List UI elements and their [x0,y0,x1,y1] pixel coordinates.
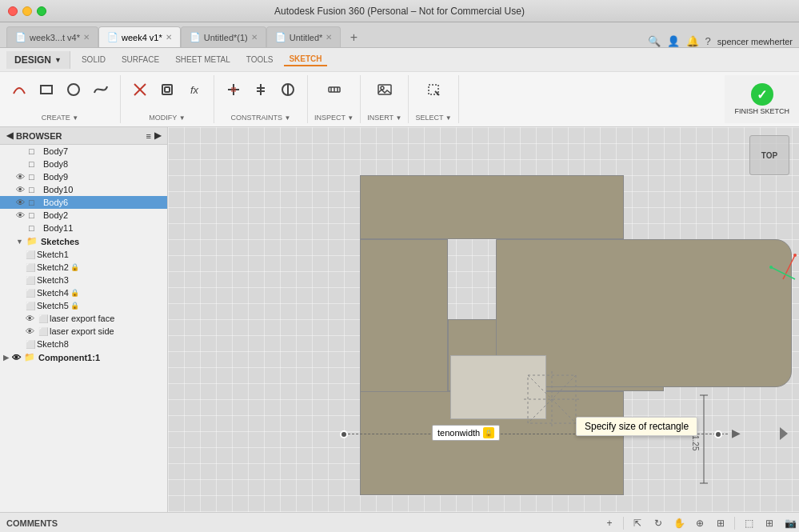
sketch-icon-sketch5: ⬜ [26,302,35,310]
new-tab-button[interactable]: + [344,28,363,47]
separator2 [734,517,735,530]
eye-visible-icon-body2: 👁 [16,210,27,220]
handle-left[interactable] [340,430,348,438]
specify-size-label: Specify size of rectangle [576,417,697,436]
nav-icon-user[interactable]: 👤 [667,35,680,47]
measure-btn[interactable] [322,77,347,102]
crosshair-svg [520,367,584,431]
minimize-button[interactable] [22,6,32,16]
close-button[interactable] [8,6,18,16]
sidebar-collapse-left-icon[interactable]: ◀ [6,130,13,141]
lock-icon-sketch4: 🔒 [70,289,79,297]
sidebar-header[interactable]: ◀ BROWSER ≡ ▶ [0,127,167,145]
nav-tool-1[interactable]: ⇱ [629,514,646,532]
tab-close-untitled2[interactable]: ✕ [326,33,332,42]
constraint3-btn[interactable] [275,77,301,102]
spline-tool-btn[interactable] [88,77,114,102]
tab-week3[interactable]: 📄 week3...t v4* ✕ [6,26,98,47]
tab-close-week3[interactable]: ✕ [83,33,90,42]
nav-tool-2[interactable]: ↻ [649,514,667,532]
section-solid[interactable]: SOLID [77,54,110,66]
sidebar-item-body9[interactable]: 👁 □ Body9 [0,170,167,183]
offset-tool-btn[interactable] [154,77,180,102]
tab-untitled2[interactable]: 📄 Untitled* ✕ [266,26,342,47]
body-icon-body8: □ [29,159,42,169]
nav-icon-notification[interactable]: 🔔 [686,35,699,47]
sidebar-item-sketch1[interactable]: ⬜ Sketch1 [0,248,167,261]
rectangle-tool-btn[interactable] [34,77,59,102]
nav-icon-help[interactable]: ? [705,35,711,47]
comments-label: COMMENTS [6,518,58,528]
svg-rect-8 [231,87,236,92]
finish-sketch-check-icon: ✓ [751,83,773,106]
sidebar-item-sketch3[interactable]: ⬜ Sketch3 [0,274,167,286]
nav-zoom-extent[interactable]: ⊕ [691,514,709,532]
sidebar-item-sketch8[interactable]: ⬜ Sketch8 [0,338,167,350]
select-btn[interactable] [421,77,446,102]
tenonwidth-text: tenonwidth [437,428,480,438]
svg-point-31 [793,254,797,257]
add-comment-btn[interactable]: + [601,514,618,532]
create-group-label: CREATE ▼ [42,112,78,122]
constraint2-btn[interactable] [248,77,274,102]
constraint1-btn[interactable] [221,77,246,102]
trim-tool-btn[interactable] [127,77,153,102]
maximize-button[interactable] [37,6,46,16]
sketch8-label: Sketch8 [37,339,69,349]
tool-group-modify: fx MODIFY ▼ [121,75,214,123]
sidebar-item-sketch4[interactable]: ⬜ Sketch4 🔒 [0,286,167,299]
sidebar-settings-icon[interactable]: ≡ [146,131,151,141]
sidebar-item-body6[interactable]: 👁 □ Body6 [0,196,167,209]
view-cube[interactable]: TOP [749,135,789,175]
tab-close-week4[interactable]: ✕ [166,33,172,42]
sidebar-item-sketch5[interactable]: ⬜ Sketch5 🔒 [0,299,167,312]
canvas[interactable]: ▶ 1.25 tenonwidth 🔒 Specify size of rect… [168,127,799,512]
sketches-section[interactable]: ▼ 📁 Sketches [0,234,167,248]
handle-right[interactable] [714,430,722,438]
grid-btn[interactable]: ⊞ [761,514,778,532]
tab-close-untitled1[interactable]: ✕ [251,33,258,42]
comments-row: COMMENTS + ⇱ ↻ ✋ ⊕ ⊞ ⬚ ⊞ 📷 [0,512,799,532]
eye-visible-icon-body9: 👁 [16,172,27,182]
section-sketch[interactable]: SKETCH [284,53,326,66]
sidebar-collapse-right-icon[interactable]: ▶ [154,130,161,141]
tabbar: 📄 week3...t v4* ✕ 📄 week4 v1* ✕ 📄 Untitl… [0,22,799,48]
nav-icon-search[interactable]: 🔍 [648,35,661,47]
insert-image-btn[interactable] [372,77,398,102]
arc-tool-btn[interactable] [6,77,32,102]
body11-label: Body11 [43,223,73,233]
finish-sketch-label: FINISH SKETCH [734,107,789,115]
toolbar-main: CREATE ▼ fx [0,72,799,126]
sidebar-item-body10[interactable]: 👁 □ Body10 [0,183,167,196]
nav-tool-3[interactable]: ✋ [670,514,688,532]
section-surface[interactable]: SURFACE [117,54,164,66]
finish-sketch-button[interactable]: ✓ FINISH SKETCH [725,75,799,123]
design-dropdown[interactable]: DESIGN ▼ [6,51,70,69]
tenonwidth-label[interactable]: tenonwidth 🔒 [432,425,500,441]
user-name: spencer mewherter [717,37,793,46]
inspect-arrow-icon: ▼ [347,114,354,122]
circle-tool-btn[interactable] [61,77,86,102]
tab-untitled1[interactable]: 📄 Untitled*(1) ✕ [181,26,266,47]
sketch2-label: Sketch2 [37,262,69,272]
sidebar-item-body8[interactable]: □ Body8 [0,158,167,170]
sidebar-item-laser-export-face[interactable]: 👁 ⬜ laser export face [0,312,167,325]
sidebar-item-body7[interactable]: □ Body7 [0,145,167,158]
section-sheet-metal[interactable]: SHEET METAL [170,54,235,66]
section-tools[interactable]: TOOLS [242,54,278,66]
sidebar-item-sketch2[interactable]: ⬜ Sketch2 🔒 [0,261,167,274]
add-comment-icon: + [606,518,612,529]
tab-week4[interactable]: 📄 week4 v1* ✕ [98,26,181,47]
sidebar-item-body2[interactable]: 👁 □ Body2 [0,209,167,222]
fx-tool-btn[interactable]: fx [182,77,207,102]
nav-zoom-in[interactable]: ⊞ [712,514,729,532]
insert-arrow-icon: ▼ [395,114,401,122]
laser-export-side-label: laser export side [50,326,114,336]
sidebar-item-laser-export-side[interactable]: 👁 ⬜ laser export side [0,325,167,338]
svg-rect-5 [165,87,170,92]
capture-btn[interactable]: 📷 [781,514,799,532]
component1-arrow-icon: ▶ [3,354,9,362]
sidebar-item-body11[interactable]: □ Body11 [0,222,167,234]
display-mode-btn[interactable]: ⬚ [740,514,757,532]
component1-section[interactable]: ▶ 👁 📁 Component1:1 [0,350,167,364]
